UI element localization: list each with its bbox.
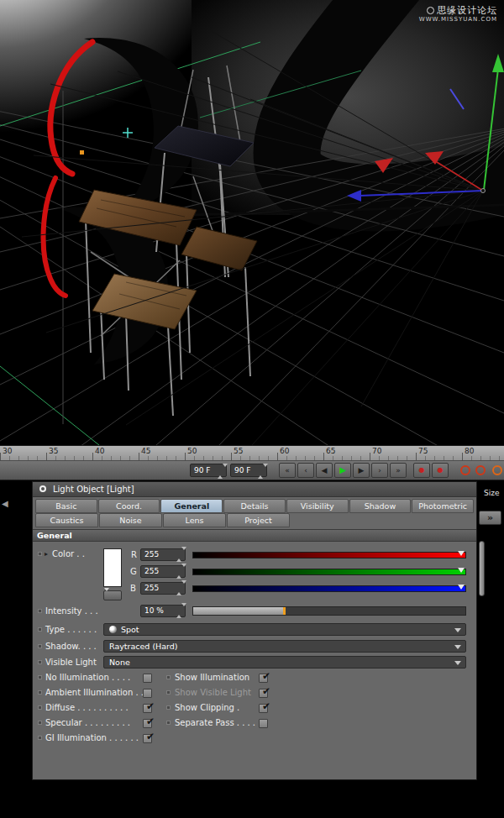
no-illumination-checkbox[interactable] <box>143 674 152 683</box>
end-frame-field[interactable]: 90 F <box>230 464 267 477</box>
tab-visibility[interactable]: Visibility <box>286 499 349 513</box>
tab-general[interactable]: General <box>160 499 223 513</box>
check-icon: ✔ <box>146 700 155 712</box>
panel-expand-button[interactable]: » <box>479 511 501 525</box>
intensity-field[interactable]: 10 % <box>140 605 186 617</box>
light-object-icon <box>39 485 46 492</box>
record-icon-b[interactable] <box>475 465 486 475</box>
tab-row-1: Basic Coord. General Details Visibility … <box>35 499 474 513</box>
check-icon: ✔ <box>262 670 270 682</box>
ruler-tick-label: 30 <box>3 447 12 455</box>
prev-key-button[interactable]: ‹ <box>297 463 314 478</box>
slider-marker-icon[interactable] <box>458 585 465 590</box>
intensity-slider[interactable] <box>192 606 466 616</box>
keyframe-dot[interactable] <box>38 675 42 679</box>
record-icon-c[interactable] <box>492 465 502 475</box>
prev-frame-button[interactable]: ◀ <box>316 463 333 478</box>
spinner-arrows-icon[interactable] <box>218 465 225 477</box>
watermark: 思缘设计论坛 WWW.MISSYUAN.COM <box>419 5 497 24</box>
panel-titlebar[interactable]: Light Object [Light] <box>33 482 476 497</box>
tab-caustics[interactable]: Caustics <box>35 513 98 527</box>
ruler-tick-label: 50 <box>187 447 197 455</box>
spinner-arrows-icon[interactable] <box>258 465 265 477</box>
no-illumination-label: No Illumination . . . . <box>45 673 130 682</box>
keyframe-dot[interactable] <box>166 721 171 725</box>
keyframe-dot[interactable] <box>166 690 171 695</box>
lower-workspace: ◀ Size » Light Object [Light] Basic Coor… <box>0 480 504 818</box>
goto-end-button[interactable]: » <box>390 463 407 478</box>
tab-coord[interactable]: Coord. <box>98 499 160 513</box>
goto-start-button[interactable]: « <box>279 463 296 478</box>
cinema4d-window: 思缘设计论坛 WWW.MISSYUAN.COM 30 35 40 45 50 5… <box>0 0 504 818</box>
tab-details[interactable]: Details <box>223 499 286 513</box>
type-dropdown[interactable]: Spot <box>103 623 466 636</box>
color-label: Color . . <box>52 549 85 558</box>
collapse-left-icon[interactable]: ◀ <box>2 499 8 508</box>
keyframe-dot[interactable] <box>38 609 42 613</box>
tab-shadow[interactable]: Shadow <box>349 499 412 513</box>
type-label: Type . . . . . . <box>45 625 97 634</box>
r-label: R <box>131 550 137 559</box>
check-icon: ✔ <box>146 731 155 742</box>
keyframe-dot[interactable] <box>38 660 42 664</box>
next-frame-button[interactable]: ▶ <box>353 463 370 478</box>
r-value-field[interactable]: 255 <box>140 548 186 561</box>
autokey-button[interactable]: ● <box>432 463 449 478</box>
viewport-3d[interactable]: 思缘设计论坛 WWW.MISSYUAN.COM <box>0 0 504 445</box>
shadow-dropdown[interactable]: Raytraced (Hard) <box>103 640 466 653</box>
keyframe-dot[interactable] <box>38 690 42 695</box>
separate-pass-label: Separate Pass . . . . <box>175 718 255 727</box>
spot-light-icon <box>109 626 117 633</box>
spinner-arrows-icon[interactable] <box>176 606 184 616</box>
keyframe-dot[interactable] <box>166 705 171 710</box>
b-value-field[interactable]: 255 <box>140 582 186 595</box>
light-origin-handle[interactable] <box>481 189 486 193</box>
tab-lens[interactable]: Lens <box>163 513 226 527</box>
ambient-illumination-checkbox[interactable] <box>143 689 152 698</box>
color-picker-button[interactable] <box>103 590 122 600</box>
record-keyframe-button[interactable]: ● <box>413 463 430 478</box>
transport-bar: 90 F 90 F « ‹ ◀ ▶ ▶ › » ● ● <box>0 461 504 480</box>
spinner-arrows-icon[interactable] <box>176 549 184 560</box>
keyframe-dot[interactable] <box>38 552 42 556</box>
keyframe-dot[interactable] <box>38 627 42 632</box>
point-handle[interactable] <box>80 150 84 155</box>
keyframe-dot[interactable] <box>38 736 42 740</box>
slider-marker-icon[interactable] <box>458 568 465 573</box>
keyframe-dot[interactable] <box>38 705 42 710</box>
separate-pass-checkbox[interactable] <box>259 719 268 728</box>
ruler-tick-label: 55 <box>234 447 243 455</box>
expand-arrow-icon[interactable]: ▸ <box>45 550 48 558</box>
slider-marker-icon[interactable] <box>458 551 465 556</box>
section-header-general[interactable]: General <box>33 529 476 542</box>
tab-basic[interactable]: Basic <box>35 499 97 513</box>
vertical-scrollbar[interactable] <box>479 541 485 596</box>
color-swatch[interactable] <box>103 548 122 587</box>
tab-photometric[interactable]: Photometric <box>412 499 474 513</box>
spinner-arrows-icon[interactable] <box>176 566 184 577</box>
red-gradient-slider[interactable] <box>192 552 466 558</box>
next-key-button[interactable]: › <box>371 463 388 478</box>
tab-noise[interactable]: Noise <box>99 513 162 527</box>
b-value: 255 <box>144 584 159 592</box>
keyframe-dot[interactable] <box>166 675 171 679</box>
visible-light-dropdown[interactable]: None <box>103 656 466 669</box>
ruler-tick-label: 60 <box>280 447 289 455</box>
tab-project[interactable]: Project <box>227 513 290 527</box>
chevron-down-icon <box>454 661 461 665</box>
timeline-ruler[interactable]: 30 35 40 45 50 55 60 65 70 75 80 <box>0 445 504 461</box>
current-frame-field[interactable]: 90 F <box>190 464 227 477</box>
type-value: Spot <box>121 625 139 634</box>
green-gradient-slider[interactable] <box>192 569 466 575</box>
specular-label: Specular . . . . . . . . . <box>45 718 130 727</box>
blue-gradient-slider[interactable] <box>192 585 466 592</box>
check-icon: ✔ <box>146 716 155 727</box>
g-value-field[interactable]: 255 <box>140 565 186 578</box>
spinner-arrows-icon[interactable] <box>176 583 184 594</box>
keyframe-dot[interactable] <box>38 721 42 725</box>
keyframe-dot[interactable] <box>38 644 42 648</box>
slider-handle[interactable] <box>283 607 286 615</box>
record-icon-a[interactable] <box>460 465 470 475</box>
play-button[interactable]: ▶ <box>334 463 351 478</box>
visible-light-value: None <box>109 658 130 667</box>
